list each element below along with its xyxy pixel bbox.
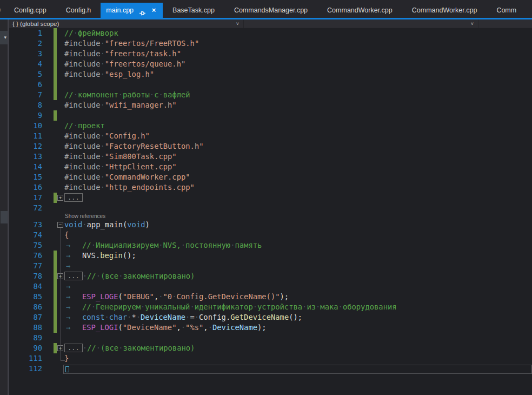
code-text[interactable]: //·фреймворк [64, 28, 532, 38]
scrollbar-thumb[interactable] [1, 211, 8, 223]
line-number[interactable]: 76 [9, 251, 42, 261]
code-text[interactable]: #include·"wifi_manager.h" [64, 100, 532, 110]
close-icon[interactable]: × [150, 3, 157, 18]
line-number[interactable]: 72 [9, 203, 42, 213]
code-text[interactable]: #include·"Sim800Task.cpp" [64, 152, 532, 162]
tab-scroll-left-icon[interactable]: ‹ [0, 3, 4, 18]
line-number[interactable]: 10 [9, 121, 42, 131]
code-line-13[interactable]: 13#include·"Sim800Task.cpp" [9, 152, 532, 162]
tab-Config.h[interactable]: Config.h [56, 3, 101, 18]
line-number[interactable]: 15 [9, 172, 42, 182]
code-line-17[interactable]: 17+... [9, 193, 532, 203]
code-line-85[interactable]: 85→ESP_LOGE("DEBUG",·"0·Config.GetDevice… [9, 292, 532, 302]
code-text[interactable]: void·app_main(void) [64, 220, 532, 230]
code-line-84[interactable]: 84→ [9, 281, 532, 292]
line-number[interactable]: 73 [9, 220, 42, 230]
code-line-14[interactable]: 14#include·"HttpClient.cpp" [9, 162, 532, 172]
code-text[interactable]: #include·"HttpClient.cpp" [64, 162, 532, 172]
code-line-88[interactable]: 88→ESP_LOGI("DeviceName",·"%s",·DeviceNa… [9, 322, 532, 333]
line-number[interactable]: 90 [9, 343, 42, 353]
tab-Comm[interactable]: Comm [487, 3, 526, 18]
tab-Config.cpp[interactable]: Config.cpp [4, 3, 56, 18]
code-line-10[interactable]: 10//·проект [9, 121, 532, 131]
line-number[interactable]: 112 [9, 364, 42, 374]
line-number[interactable]: 3 [9, 49, 42, 59]
code-line-12[interactable]: 12#include·"FactoryResetButton.h" [9, 141, 532, 152]
code-line-90[interactable]: 90+...·//·(все·закоментировано) [9, 343, 532, 353]
code-line-15[interactable]: 15#include·"CommandWorker.cpp" [9, 172, 532, 182]
line-number[interactable]: 88 [9, 322, 42, 333]
line-number[interactable]: 9 [9, 110, 42, 121]
line-number[interactable]: 5 [9, 69, 42, 80]
line-number[interactable]: 85 [9, 292, 42, 302]
codelens-show-references[interactable]: Show references [9, 213, 532, 220]
line-number[interactable]: 11 [9, 131, 42, 141]
expand-icon[interactable]: + [57, 195, 63, 201]
code-line-16[interactable]: 16#include·"http_endpoints.cpp" [9, 182, 532, 193]
line-number[interactable]: 74 [9, 230, 42, 240]
line-number[interactable]: 77 [9, 261, 42, 271]
line-number[interactable]: 13 [9, 152, 42, 162]
code-line-5[interactable]: 5#include·"esp_log.h" [9, 69, 532, 80]
code-text[interactable]: → [64, 281, 532, 292]
code-text[interactable]: →ESP_LOGE("DEBUG",·"0·Config.GetDeviceNa… [64, 292, 532, 302]
line-number[interactable]: 6 [9, 80, 42, 90]
line-number[interactable]: 78 [9, 271, 42, 281]
line-number[interactable]: 16 [9, 182, 42, 193]
code-line-89[interactable]: 89 [9, 333, 532, 343]
code-text[interactable]: →//·Инициализируем·NVS,·постоянную·памят… [64, 240, 532, 251]
code-text[interactable]: #include·"FactoryResetButton.h" [64, 141, 532, 152]
code-line-87[interactable]: 87→const·char·*·DeviceName·=·Config.GetD… [9, 312, 532, 322]
code-line-73[interactable]: 73−void·app_main(void) [9, 220, 532, 230]
code-text[interactable]: { [64, 230, 532, 240]
line-number[interactable]: 4 [9, 59, 42, 69]
code-text[interactable]: →ESP_LOGI("DeviceName",·"%s",·DeviceName… [64, 322, 532, 333]
line-number[interactable]: 75 [9, 240, 42, 251]
code-text[interactable]: →//·Генерируем·уникальный·идентификатор·… [64, 302, 532, 312]
code-line-4[interactable]: 4#include·"freertos/queue.h" [9, 59, 532, 69]
code-text[interactable]: #include·"Config.h" [64, 131, 532, 141]
code-text[interactable]: →const·char·*·DeviceName·=·Config.GetDev… [64, 312, 532, 322]
code-text[interactable] [64, 333, 532, 343]
line-number[interactable]: 14 [9, 162, 42, 172]
code-line-111[interactable]: 111} [9, 353, 532, 364]
line-number[interactable]: 1 [9, 28, 42, 38]
scrollbar-options-button[interactable]: ▾ [0, 31, 8, 44]
line-number[interactable]: 86 [9, 302, 42, 312]
tab-main.cpp[interactable]: main.cpp× [101, 3, 163, 18]
code-text[interactable]: #include·"freertos/FreeRTOS.h" [64, 38, 532, 49]
line-number[interactable]: 8 [9, 100, 42, 110]
code-line-72[interactable]: 72 [9, 203, 532, 213]
line-number[interactable]: 2 [9, 38, 42, 49]
code-text[interactable]: #include·"esp_log.h" [64, 69, 532, 80]
code-editor[interactable]: 1//·фреймворк2#include·"freertos/FreeRTO… [9, 28, 532, 395]
line-number[interactable]: 7 [9, 90, 42, 100]
code-line-8[interactable]: 8#include·"wifi_manager.h" [9, 100, 532, 110]
code-text[interactable]: #include·"freertos/task.h" [64, 49, 532, 59]
line-number[interactable]: 12 [9, 141, 42, 152]
tab-BaseTask.cpp[interactable]: BaseTask.cpp [163, 3, 224, 18]
code-line-76[interactable]: 76→NVS.begin(); [9, 251, 532, 261]
collapse-icon[interactable]: − [57, 222, 63, 228]
member-dropdown[interactable]: ˅ [244, 19, 478, 28]
line-number[interactable]: 84 [9, 281, 42, 292]
code-text[interactable]: →NVS.begin(); [64, 251, 532, 261]
line-number[interactable]: 111 [9, 353, 42, 364]
collapsed-region[interactable]: ... [64, 344, 83, 352]
left-pane-scrollbar[interactable]: ▾ [0, 19, 8, 395]
code-line-11[interactable]: 11#include·"Config.h" [9, 131, 532, 141]
code-text[interactable]: #include·"freertos/queue.h" [64, 59, 532, 69]
tab-CommandsManager.cpp[interactable]: CommandsManager.cpp [224, 3, 317, 18]
code-line-78[interactable]: 78+...·//·(все·закоментировано) [9, 271, 532, 281]
code-line-7[interactable]: 7//·компонент·работы·с·вафлей [9, 90, 532, 100]
code-line-75[interactable]: 75→//·Инициализируем·NVS,·постоянную·пам… [9, 240, 532, 251]
code-text[interactable]: } [64, 353, 532, 364]
code-line-77[interactable]: 77→ [9, 261, 532, 271]
code-text[interactable]: ... [64, 193, 532, 203]
code-line-86[interactable]: 86→//·Генерируем·уникальный·идентификато… [9, 302, 532, 312]
code-text[interactable]: #include·"CommandWorker.cpp" [64, 172, 532, 182]
tab-CommandWorker.cpp[interactable]: CommandWorker.cpp [317, 3, 402, 18]
code-text[interactable] [64, 80, 532, 90]
scope-dropdown[interactable]: { } (global scope) ˅ [9, 19, 244, 28]
code-text[interactable] [64, 203, 532, 213]
